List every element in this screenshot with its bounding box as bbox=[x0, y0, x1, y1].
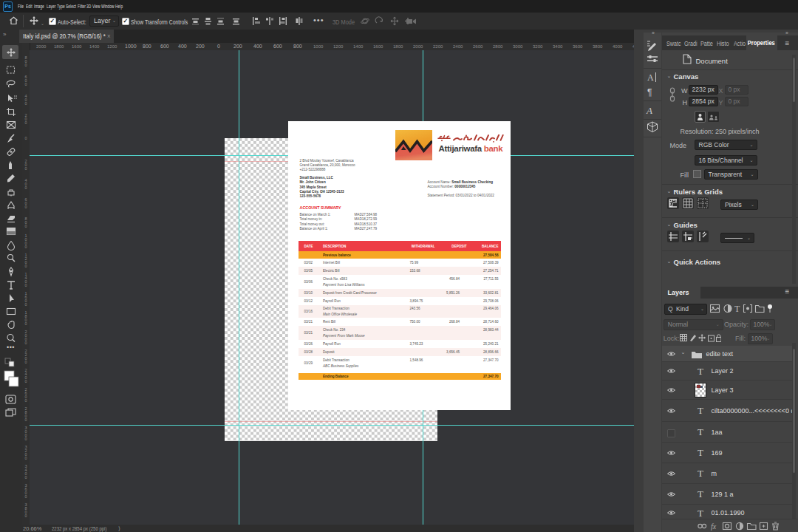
svg-text:¶: ¶ bbox=[647, 87, 652, 98]
svg-text:•••: ••• bbox=[7, 344, 15, 351]
svg-text:A: A bbox=[647, 72, 654, 83]
svg-text:A: A bbox=[646, 105, 652, 116]
svg-text:T: T bbox=[734, 304, 740, 313]
svg-text:fx: fx bbox=[711, 522, 717, 531]
